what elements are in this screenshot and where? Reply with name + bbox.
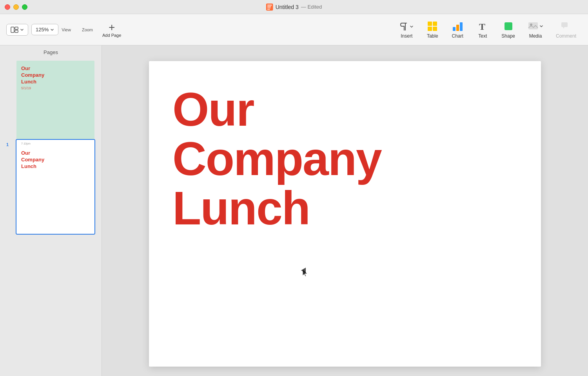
svg-rect-1 <box>267 5 272 5</box>
thumb2-time: 7-10pm <box>21 142 31 145</box>
toolbar-left-controls: 125% View Zoom + Add Page <box>6 22 121 38</box>
page-thumbnail-1[interactable]: Our Company Lunch 5/1/19 <box>16 60 95 140</box>
view-label: View <box>62 27 71 32</box>
comment-icon <box>561 21 572 32</box>
titlebar-center: Untitled 3 — Edited <box>266 4 322 11</box>
svg-rect-19 <box>561 22 568 27</box>
pages-list: Our Company Lunch 5/1/19 1 7-10pm <box>0 58 102 236</box>
chart-label: Chart <box>452 33 463 39</box>
toolbar: 125% View Zoom + Add Page <box>0 14 588 45</box>
svg-rect-2 <box>267 6 271 7</box>
zoom-label: Zoom <box>82 27 93 32</box>
page-canvas[interactable]: Our Company Lunch <box>149 61 541 367</box>
svg-rect-16 <box>505 22 512 30</box>
canvas-main-title: Our Company Lunch <box>172 85 517 233</box>
thumb1-title: Our Company Lunch <box>21 65 90 85</box>
toolbar-right-controls: Insert Table Chart T <box>394 18 582 42</box>
main-area: Pages Our Company Lunch 5/1/19 <box>0 45 588 376</box>
svg-rect-13 <box>456 25 459 31</box>
media-chevron-icon <box>539 24 543 28</box>
svg-text:T: T <box>479 22 485 32</box>
thumb2-title: Our Company Lunch <box>21 150 90 170</box>
svg-rect-6 <box>15 27 18 29</box>
comment-button[interactable]: Comment <box>550 18 582 42</box>
plus-icon: + <box>109 22 115 33</box>
svg-marker-20 <box>563 27 564 29</box>
svg-rect-8 <box>428 22 432 26</box>
text-icon: T <box>477 21 488 32</box>
zoom-chevron-icon <box>50 28 54 32</box>
svg-rect-7 <box>15 30 18 33</box>
media-button[interactable]: Media <box>522 18 549 42</box>
svg-rect-4 <box>267 9 270 10</box>
svg-rect-5 <box>11 27 14 33</box>
view-chevron-icon <box>20 28 24 32</box>
zoom-button[interactable]: 125% <box>31 24 58 35</box>
page-number-1 <box>6 60 13 63</box>
view-button[interactable] <box>6 24 28 36</box>
chart-icon <box>452 21 463 32</box>
comment-label: Comment <box>556 33 576 39</box>
svg-rect-11 <box>433 27 437 31</box>
canvas-area[interactable]: Our Company Lunch <box>102 45 588 376</box>
shape-label: Shape <box>501 33 515 39</box>
media-icon-group <box>528 21 543 32</box>
edited-label: — Edited <box>301 4 322 10</box>
chart-button[interactable]: Chart <box>446 18 469 42</box>
add-page-button[interactable]: + Add Page <box>102 22 121 38</box>
table-icon <box>427 21 438 32</box>
minimize-button[interactable] <box>13 4 19 10</box>
insert-button[interactable]: Insert <box>394 18 419 42</box>
add-page-label: Add Page <box>102 33 121 38</box>
svg-rect-17 <box>528 22 538 29</box>
cursor-icon <box>302 269 310 278</box>
titlebar: Untitled 3 — Edited <box>0 0 588 14</box>
paragraph-icon <box>399 22 409 32</box>
zoom-value: 125% <box>36 27 49 33</box>
svg-rect-12 <box>453 27 456 31</box>
close-button[interactable] <box>5 4 10 10</box>
svg-rect-10 <box>428 27 432 31</box>
view-icon <box>11 27 18 33</box>
thumb1-date: 5/1/19 <box>21 86 90 90</box>
media-icon <box>528 21 539 32</box>
pages-app-icon <box>266 4 273 11</box>
insert-chevron-icon <box>410 25 414 29</box>
table-label: Table <box>427 33 438 39</box>
svg-rect-9 <box>433 22 437 26</box>
pages-header: Pages <box>0 45 102 58</box>
thumb-page2-content: 7-10pm Our Company Lunch <box>16 140 94 234</box>
page-item-1[interactable]: Our Company Lunch 5/1/19 <box>6 58 95 141</box>
table-button[interactable]: Table <box>421 18 444 42</box>
page-thumbnail-2[interactable]: 7-10pm Our Company Lunch <box>16 139 95 235</box>
insert-label: Insert <box>401 33 412 39</box>
media-label: Media <box>529 33 542 39</box>
document-title: Untitled 3 <box>276 4 299 10</box>
svg-rect-14 <box>460 22 463 31</box>
shape-icon <box>503 21 514 32</box>
maximize-button[interactable] <box>22 4 27 10</box>
page-item-2[interactable]: 1 7-10pm Our Company Lunch <box>6 137 95 236</box>
traffic-lights <box>5 4 27 10</box>
text-button[interactable]: T Text <box>471 18 494 42</box>
page-number-2: 1 <box>6 139 13 147</box>
thumb-page1-content: Our Company Lunch 5/1/19 <box>16 61 94 139</box>
pages-sidebar: Pages Our Company Lunch 5/1/19 <box>0 45 102 376</box>
insert-icon-group <box>399 22 414 32</box>
svg-rect-3 <box>267 7 271 8</box>
text-label: Text <box>478 33 487 39</box>
shape-button[interactable]: Shape <box>496 18 521 42</box>
